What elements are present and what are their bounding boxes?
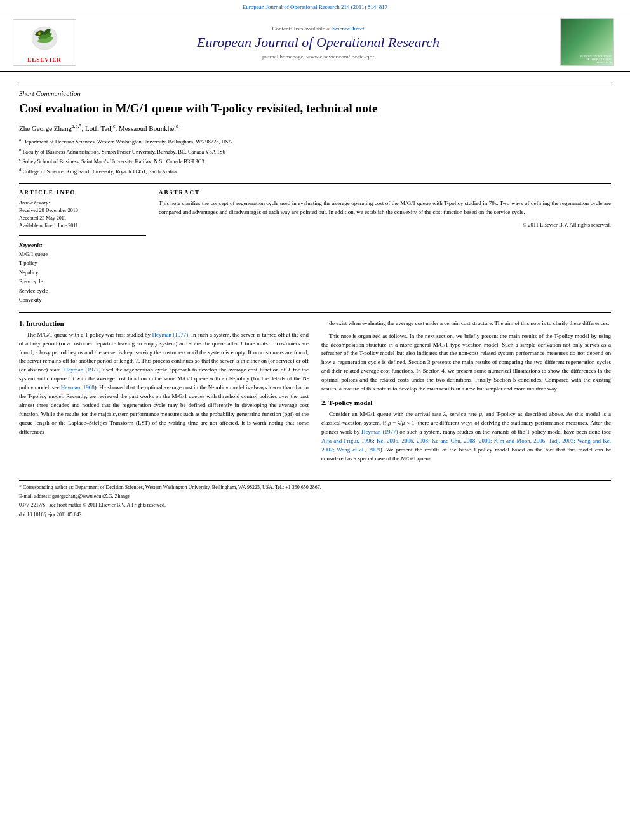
footnotes: * Corresponding author at: Department of… (19, 480, 611, 519)
publisher-logo: ELSEVIER (13, 19, 76, 66)
sciencedirect-link[interactable]: ScienceDirect (332, 25, 364, 32)
affiliation-d: d College of Science, King Saud Universi… (19, 166, 611, 176)
keyword-4: Busy cycle (19, 277, 146, 286)
body-divider (19, 312, 611, 313)
footnote-corresponding: * Corresponding author at: Department of… (19, 484, 611, 491)
heyman-1977-link-tpol[interactable]: Heyman (1977) (361, 429, 398, 435)
contents-available-line: Contents lists available at ScienceDirec… (83, 25, 554, 32)
cover-text: EUROPEAN JOURNALOF OPERATIONALRESEARCH (580, 55, 612, 64)
introduction-heading: 1. Introduction (19, 319, 309, 327)
top-divider (19, 84, 611, 84)
keyword-3: N-policy (19, 268, 146, 277)
body-col-left: 1. Introduction The M/G/1 queue with a T… (19, 319, 309, 467)
intro-para-2: do exist when evaluating the average cos… (321, 319, 611, 328)
page: European Journal of Operational Research… (0, 0, 630, 840)
available-date: Available online 1 June 2011 (19, 222, 146, 230)
tpolicy-title: T-policy model (328, 399, 373, 406)
affiliations-block: a Department of Decision Sciences, Weste… (19, 137, 611, 176)
keyword-5: Service cycle (19, 286, 146, 295)
footnote-email: E-mail address: georgezhang@wwu.edu (Z.G… (19, 493, 611, 500)
info-abstract-section: ARTICLE INFO Article history: Received 2… (19, 189, 611, 305)
intro-continuation: do exist when evaluating the average cos… (321, 319, 611, 394)
body-section: 1. Introduction The M/G/1 queue with a T… (19, 319, 611, 467)
footnote-copyright: 0377-2217/$ - see front matter © 2011 El… (19, 502, 611, 509)
tpolicy-para-1: Consider an M/G/1 queue with the arrival… (321, 410, 611, 463)
abstract-text: This note clarifies the concept of regen… (159, 199, 611, 217)
cover-image: EUROPEAN JOURNALOF OPERATIONALRESEARCH (560, 18, 614, 66)
affiliation-a: a Department of Decision Sciences, Weste… (19, 137, 611, 146)
elsevier-bird-icon (25, 22, 64, 54)
tpolicy-body: Consider an M/G/1 queue with the arrival… (321, 410, 611, 463)
keywords-label: Keywords: (19, 242, 146, 248)
history-label: Article history: (19, 199, 146, 207)
article-info-label: ARTICLE INFO (19, 189, 146, 196)
keyword-1: M/G/1 queue (19, 250, 146, 258)
accepted-date: Accepted 23 May 2011 (19, 215, 146, 222)
body-col-right: do exist when evaluating the average cos… (321, 319, 611, 467)
doi-line: doi:10.1016/j.ejor.2011.05.043 (19, 511, 611, 518)
introduction-body: The M/G/1 queue with a T-policy was firs… (19, 331, 309, 437)
article-type: Short Communication (19, 90, 611, 97)
abstract-column: ABSTRACT This note clarifies the concept… (159, 189, 611, 305)
keyword-6: Convexity (19, 295, 146, 304)
middle-divider (19, 183, 611, 184)
journal-header: ELSEVIER Contents lists available at Sci… (0, 13, 630, 72)
journal-cover: EUROPEAN JOURNALOF OPERATIONALRESEARCH (560, 18, 617, 66)
abstract-label: ABSTRACT (159, 189, 611, 196)
affiliation-b: b Faculty of Business Administration, Si… (19, 147, 611, 156)
intro-para-3: This note is organized as follows. In th… (321, 332, 611, 394)
heyman-1968-link[interactable]: Heyman, 1968 (61, 384, 95, 390)
keywords-section: Keywords: M/G/1 queue T-policy N-policy … (19, 242, 146, 305)
authors-line: Zhe George Zhanga,b,*, Lotfi Tadjc, Mess… (19, 123, 611, 132)
copyright-line: © 2011 Elsevier B.V. All rights reserved… (159, 222, 611, 228)
article-title: Cost evaluation in M/G/1 queue with T-po… (19, 101, 611, 117)
journal-citation-bar: European Journal of Operational Research… (0, 0, 630, 13)
alfa-link[interactable]: Alfa and Frigui, 1996 (321, 437, 373, 444)
received-date: Received 28 December 2010 (19, 207, 146, 215)
journal-title-block: Contents lists available at ScienceDirec… (76, 25, 560, 60)
tpolicy-heading: 2. T-policy model (321, 399, 611, 406)
main-content: Short Communication Cost evaluation in M… (0, 72, 630, 527)
journal-citation: European Journal of Operational Research… (243, 4, 387, 10)
intro-para-1: The M/G/1 queue with a T-policy was firs… (19, 331, 309, 437)
journal-name: European Journal of Operational Research (83, 34, 554, 51)
article-history: Article history: Received 28 December 20… (19, 199, 146, 230)
article-info-column: ARTICLE INFO Article history: Received 2… (19, 189, 146, 305)
svg-point-1 (38, 32, 41, 35)
heyman-link-2[interactable]: Heyman (1977) (64, 366, 101, 373)
introduction-title: Introduction (26, 319, 64, 327)
homepage-url: journal homepage: www.elsevier.com/locat… (83, 53, 554, 60)
heyman-link-1[interactable]: Heyman (1977) (152, 331, 188, 338)
publisher-name: ELSEVIER (16, 57, 73, 63)
affiliation-c: c Sobey School of Business, Saint Mary's… (19, 156, 611, 166)
keyword-2: T-policy (19, 258, 146, 267)
keywords-divider (19, 235, 146, 236)
keywords-list: M/G/1 queue T-policy N-policy Busy cycle… (19, 250, 146, 305)
